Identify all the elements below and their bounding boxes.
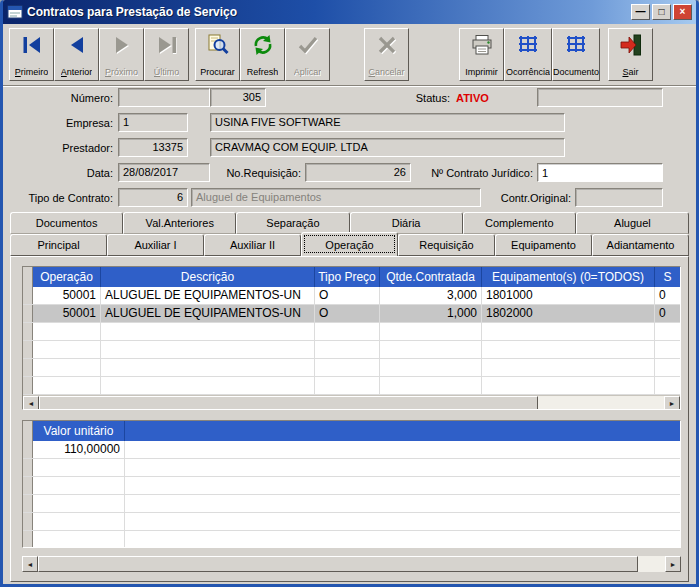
tab-control: Documentos Val.Anteriores Separação Diár…	[3, 212, 696, 256]
tab-auxiliar-i[interactable]: Auxiliar I	[107, 234, 204, 256]
refresh-icon	[251, 33, 275, 57]
spacer	[22, 410, 677, 420]
scrollbar-thumb[interactable]	[39, 396, 538, 410]
column-header-operacao: Operação	[33, 267, 101, 287]
primeiro-button[interactable]: Primeiro	[9, 28, 54, 81]
table-row-empty	[23, 513, 680, 531]
maximize-button[interactable]: □	[652, 4, 671, 20]
tab-principal[interactable]: Principal	[10, 234, 107, 256]
column-header-s: S	[655, 267, 680, 287]
tab-aluguel[interactable]: Aluguel	[576, 212, 689, 234]
requisicao-label: No.Requisição:	[219, 167, 301, 179]
table-row-empty	[23, 323, 680, 341]
panel-hscrollbar[interactable]: ◄ ►	[22, 556, 681, 572]
contrato-juridico-label: Nº Contrato Jurídico:	[418, 167, 533, 179]
cancelar-button: Cancelar	[364, 28, 409, 81]
data-label: Data:	[13, 167, 113, 179]
scroll-left-button[interactable]: ◄	[22, 556, 38, 572]
scrollbar-track[interactable]	[638, 556, 665, 572]
scroll-left-button[interactable]: ◄	[23, 396, 39, 410]
table-row-empty	[23, 459, 680, 477]
scrollbar-track[interactable]	[538, 396, 664, 410]
tab-equipamento[interactable]: Equipamento	[495, 234, 592, 256]
prestador-code-field: 13375	[118, 138, 188, 157]
column-header-equipamentos: Equipamento(s) (0=TODOS)	[482, 267, 655, 287]
requisicao-field: 26	[305, 163, 411, 182]
refresh-button[interactable]: Refresh	[240, 28, 285, 81]
numero-label: Número:	[13, 92, 113, 104]
tab-requisicao[interactable]: Requisição	[398, 234, 495, 256]
row-indicator	[23, 495, 33, 512]
cell-equipamentos: 1802000	[482, 305, 655, 322]
column-header-qtde-contratada: Qtde.Contratada	[380, 267, 482, 287]
scroll-right-button[interactable]: ►	[665, 556, 681, 572]
printer-icon	[470, 33, 494, 57]
documento-button[interactable]: Documento	[552, 28, 600, 81]
minimize-button[interactable]: —	[631, 4, 650, 20]
empresa-code-field: 1	[118, 113, 188, 132]
tab-val-anteriores[interactable]: Val.Anteriores	[123, 212, 236, 234]
tab-operacao[interactable]: Operação	[301, 232, 398, 256]
tab-documentos[interactable]: Documentos	[10, 212, 123, 234]
cell-qtde: 1,000	[380, 305, 482, 322]
document-grid-icon	[564, 33, 588, 57]
table-row-empty	[23, 477, 680, 495]
column-header-descricao: Descrição	[101, 267, 315, 287]
sair-button[interactable]: Sair	[608, 28, 653, 81]
tab-separacao[interactable]: Separação	[236, 212, 349, 234]
row-indicator	[23, 359, 33, 376]
titlebar[interactable]: Contratos para Prestação de Serviço — □ …	[3, 0, 696, 24]
column-header-blank	[125, 421, 680, 441]
table-row-empty	[23, 359, 680, 377]
tipo-contrato-code-field: 6	[118, 188, 188, 207]
anterior-button[interactable]: Anterior	[54, 28, 99, 81]
tab-row-front: Principal Auxiliar I Auxiliar II Operaçã…	[10, 234, 689, 256]
tab-complemento[interactable]: Complemento	[463, 212, 576, 234]
tab-row-back: Documentos Val.Anteriores Separação Diár…	[10, 212, 689, 234]
column-header-valor-unitario: Valor unitário	[33, 421, 125, 441]
cell-tipo-preco: O	[315, 287, 380, 304]
prestador-name-field: CRAVMAQ COM EQUIP. LTDA	[210, 138, 565, 157]
apply-check-icon	[296, 33, 320, 57]
row-indicator	[23, 341, 33, 358]
table-row[interactable]: 110,00000	[23, 441, 680, 459]
contract-form: Número: 305 Status: ATIVO Empresa: 1 USI…	[3, 86, 696, 212]
status-extra-field	[537, 88, 663, 107]
app-icon	[7, 4, 23, 20]
operations-grid: Operação Descrição Tipo Preço Qtde.Contr…	[22, 266, 681, 410]
imprimir-button[interactable]: Imprimir	[459, 28, 504, 81]
cell-descricao: ALUGUEL DE EQUIPAMENTOS-UN	[101, 305, 315, 322]
row-indicator	[23, 323, 33, 340]
procurar-button[interactable]: Procurar	[195, 28, 240, 81]
last-record-icon	[155, 33, 179, 57]
cell-equipamentos: 1801000	[482, 287, 655, 304]
tab-auxiliar-ii[interactable]: Auxiliar II	[204, 234, 301, 256]
cell-valor-unitario: 110,00000	[33, 441, 125, 458]
scrollbar-thumb[interactable]	[38, 556, 638, 572]
numero-field	[118, 88, 210, 107]
row-indicator	[23, 531, 33, 548]
tab-adiantamento[interactable]: Adiantamento	[592, 234, 689, 256]
table-row-selected[interactable]: 50001 ALUGUEL DE EQUIPAMENTOS-UN O 1,000…	[23, 305, 680, 323]
proximo-button: Próximo	[99, 28, 144, 81]
contrato-juridico-input[interactable]	[537, 163, 663, 182]
empresa-name-field: USINA FIVE SOFTWARE	[210, 113, 565, 132]
scroll-right-button[interactable]: ►	[664, 396, 680, 410]
contr-original-label: Contr.Original:	[491, 192, 571, 204]
tipo-contrato-name-field: Aluguel de Equipamentos	[191, 188, 481, 207]
cell-s: 0	[655, 305, 680, 322]
ocorrencia-button[interactable]: Ocorrência	[504, 28, 552, 81]
tab-diaria[interactable]: Diária	[350, 212, 463, 234]
row-indicator	[23, 459, 33, 476]
app-window: Contratos para Prestação de Serviço — □ …	[0, 0, 699, 587]
window-title: Contratos para Prestação de Serviço	[27, 5, 627, 19]
close-button[interactable]: ×	[673, 4, 692, 20]
operations-grid-hscrollbar[interactable]: ◄ ►	[23, 395, 680, 410]
window-controls: — □ ×	[631, 4, 692, 20]
cell-s: 0	[655, 287, 680, 304]
table-row[interactable]: 50001 ALUGUEL DE EQUIPAMENTOS-UN O 3,000…	[23, 287, 680, 305]
toolbar: Primeiro Anterior Próximo Último Procura…	[3, 24, 696, 86]
row-indicator	[23, 441, 33, 458]
status-badge: ATIVO	[456, 92, 489, 104]
table-row-empty	[23, 377, 680, 395]
